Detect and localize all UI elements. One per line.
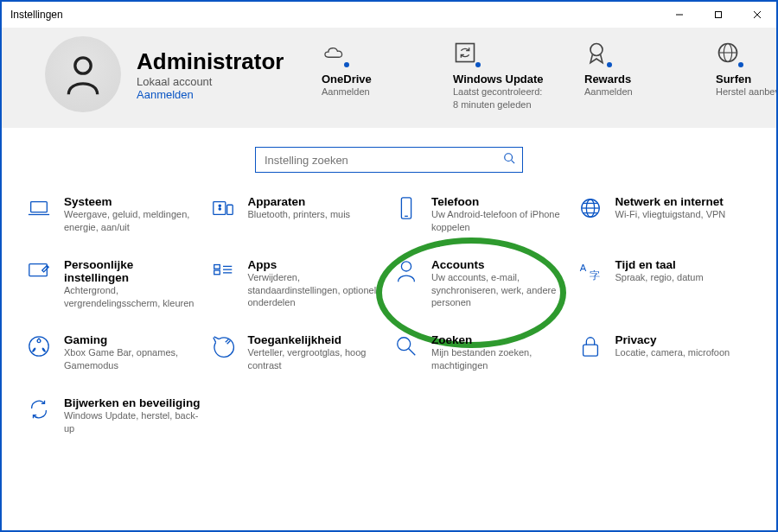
tile-sub: Herstel aanbevolen bbox=[716, 86, 778, 98]
tile-title: Rewards bbox=[584, 73, 631, 86]
category-zoeken[interactable]: Zoeken Mijn bestanden zoeken, machtiging… bbox=[393, 333, 569, 372]
category-privacy[interactable]: Privacy Locatie, camera, microfoon bbox=[577, 333, 753, 372]
svg-rect-1 bbox=[715, 12, 721, 18]
tile-title: Surfen bbox=[716, 73, 751, 86]
category-title: Accounts bbox=[431, 258, 569, 271]
category-tijd[interactable]: A字 Tijd en taal Spraak, regio, datum bbox=[577, 258, 753, 310]
category-telefoon[interactable]: Telefoon Uw Android-telefoon of iPhone k… bbox=[393, 195, 569, 234]
lock-icon bbox=[577, 333, 603, 359]
window-controls bbox=[660, 2, 776, 28]
category-bijwerken[interactable]: Bijwerken en beveiliging Windows Update,… bbox=[26, 396, 201, 435]
tile-onedrive[interactable]: OneDrive Aanmelden bbox=[322, 38, 417, 111]
category-sub: Achtergrond, vergrendelingsscherm, kleur… bbox=[64, 284, 201, 310]
category-accounts[interactable]: Accounts Uw accounts, e-mail, synchronis… bbox=[393, 258, 569, 310]
tile-sub: Aanmelden bbox=[322, 86, 370, 98]
svg-point-6 bbox=[590, 44, 603, 56]
tile-sub: Laatst gecontroleerd: 8 minuten geleden bbox=[453, 86, 548, 111]
user-avatar bbox=[45, 36, 121, 112]
category-sub: Bluetooth, printers, muis bbox=[248, 208, 386, 221]
category-title: Toegankelijkheid bbox=[248, 333, 386, 346]
category-title: Netwerk en internet bbox=[615, 195, 753, 208]
category-sub: Verteller, vergrootglas, hoog contrast bbox=[248, 346, 386, 372]
svg-rect-15 bbox=[226, 205, 233, 214]
category-sub: Mijn bestanden zoeken, machtigingen bbox=[431, 346, 569, 372]
category-apps[interactable]: Apps Verwijderen, standaardinstellingen,… bbox=[210, 258, 386, 310]
category-sub: Spraak, regio, datum bbox=[615, 271, 753, 284]
tile-surfen[interactable]: Surfen Herstel aanbevolen bbox=[716, 38, 778, 111]
sign-in-link[interactable]: Aanmelden bbox=[137, 88, 284, 101]
svg-point-17 bbox=[219, 208, 220, 210]
gaming-icon bbox=[26, 333, 52, 359]
category-sub: Weergave, geluid, meldingen, energie, aa… bbox=[64, 208, 201, 234]
user-name: Administrator bbox=[137, 48, 284, 75]
maximize-button[interactable] bbox=[698, 2, 737, 28]
search-row bbox=[2, 128, 776, 187]
svg-rect-5 bbox=[456, 44, 475, 62]
svg-point-16 bbox=[219, 205, 220, 206]
category-title: Gaming bbox=[64, 333, 201, 346]
close-button[interactable] bbox=[737, 2, 776, 28]
svg-rect-12 bbox=[31, 202, 48, 212]
header-tiles: OneDrive Aanmelden Windows Update Laatst… bbox=[322, 38, 778, 111]
category-title: Systeem bbox=[64, 195, 201, 208]
minimize-button[interactable] bbox=[660, 2, 698, 28]
sync-icon bbox=[453, 38, 477, 67]
svg-point-34 bbox=[29, 337, 48, 356]
laptop-icon bbox=[26, 195, 52, 221]
personalize-icon bbox=[26, 258, 52, 284]
svg-rect-26 bbox=[214, 264, 220, 269]
time-language-icon: A字 bbox=[577, 258, 603, 284]
category-title: Zoeken bbox=[431, 333, 569, 346]
svg-point-4 bbox=[75, 58, 91, 73]
tile-title: Windows Update bbox=[453, 73, 544, 86]
category-sub: Uw accounts, e-mail, synchroniseren, wer… bbox=[431, 271, 569, 310]
header-band: Administrator Lokaal account Aanmelden O… bbox=[2, 28, 776, 128]
svg-text:字: 字 bbox=[590, 269, 600, 282]
person-icon bbox=[393, 258, 419, 284]
category-systeem[interactable]: Systeem Weergave, geluid, meldingen, ene… bbox=[26, 195, 201, 234]
tile-rewards[interactable]: Rewards Aanmelden bbox=[584, 38, 679, 111]
ease-of-access-icon bbox=[210, 333, 236, 359]
category-sub: Wi-Fi, vliegtuigstand, VPN bbox=[615, 208, 753, 221]
svg-rect-18 bbox=[401, 198, 411, 218]
search-icon bbox=[393, 333, 419, 359]
category-sub: Windows Update, herstel, back-up bbox=[64, 409, 201, 435]
svg-text:A: A bbox=[579, 263, 586, 273]
category-apparaten[interactable]: Apparaten Bluetooth, printers, muis bbox=[210, 195, 386, 234]
category-title: Privacy bbox=[615, 333, 753, 346]
tile-windows-update[interactable]: Windows Update Laatst gecontroleerd: 8 m… bbox=[453, 38, 548, 111]
category-title: Telefoon bbox=[431, 195, 569, 208]
tile-sub: Aanmelden bbox=[584, 86, 633, 98]
svg-rect-27 bbox=[214, 270, 220, 275]
title-bar: Instellingen bbox=[2, 2, 776, 28]
svg-rect-25 bbox=[29, 263, 48, 276]
window-title: Instellingen bbox=[10, 9, 63, 21]
svg-point-10 bbox=[505, 154, 513, 162]
category-netwerk[interactable]: Netwerk en internet Wi-Fi, vliegtuigstan… bbox=[577, 195, 753, 234]
phone-icon bbox=[393, 195, 419, 221]
search-input[interactable] bbox=[263, 153, 503, 168]
category-persoonlijke[interactable]: Persoonlijke instellingen Achtergrond, v… bbox=[26, 258, 201, 310]
cloud-icon bbox=[322, 38, 346, 67]
categories-grid: Systeem Weergave, geluid, meldingen, ene… bbox=[2, 187, 776, 444]
category-sub: Verwijderen, standaardinstellingen, opti… bbox=[248, 271, 386, 310]
svg-line-11 bbox=[512, 161, 515, 164]
globe-icon bbox=[716, 38, 740, 67]
search-box[interactable] bbox=[255, 147, 523, 173]
svg-line-36 bbox=[409, 349, 415, 355]
devices-icon bbox=[210, 195, 236, 221]
category-title: Apps bbox=[248, 258, 386, 271]
globe-icon bbox=[577, 195, 603, 221]
category-gaming[interactable]: Gaming Xbox Game Bar, opnames, Gamemodus bbox=[26, 333, 201, 372]
search-icon bbox=[503, 152, 515, 168]
category-sub: Xbox Game Bar, opnames, Gamemodus bbox=[64, 346, 201, 372]
category-sub: Uw Android-telefoon of iPhone koppelen bbox=[431, 208, 569, 234]
update-icon bbox=[26, 396, 52, 422]
ribbon-icon bbox=[584, 38, 609, 67]
user-block[interactable]: Administrator Lokaal account Aanmelden bbox=[45, 36, 304, 112]
category-toegankelijkheid[interactable]: Toegankelijkheid Verteller, vergrootglas… bbox=[210, 333, 386, 372]
user-account-type: Lokaal account bbox=[137, 75, 284, 88]
tile-title: OneDrive bbox=[322, 73, 372, 86]
svg-point-31 bbox=[401, 261, 411, 270]
category-title: Apparaten bbox=[248, 195, 386, 208]
